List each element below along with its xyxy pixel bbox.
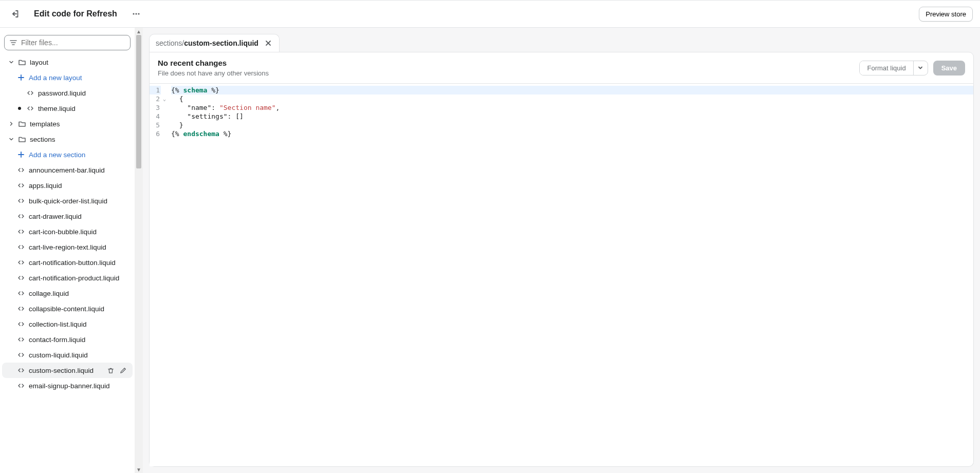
file-cart-notification-product.liquid[interactable]: cart-notification-product.liquid bbox=[2, 270, 133, 286]
folder-label: sections bbox=[30, 136, 128, 143]
file-label: cart-icon-bubble.liquid bbox=[29, 228, 128, 236]
code-line[interactable]: "name": "Section name", bbox=[171, 103, 973, 112]
file-theme.liquid[interactable]: theme.liquid bbox=[2, 101, 133, 116]
file-label: theme.liquid bbox=[38, 105, 128, 112]
tab-dir: sections/ bbox=[156, 39, 184, 47]
file-collage.liquid[interactable]: collage.liquid bbox=[2, 286, 133, 301]
folder-sections[interactable]: sections bbox=[2, 131, 133, 147]
code-file-icon bbox=[16, 258, 26, 267]
code-editor[interactable]: 123456 ⌄ {% schema %} { "name": "Section… bbox=[149, 84, 974, 467]
file-label: custom-liquid.liquid bbox=[29, 351, 128, 359]
chevron-down-icon bbox=[8, 60, 14, 65]
file-collapsible-content.liquid[interactable]: collapsible-content.liquid bbox=[2, 301, 133, 316]
file-bulk-quick-order-list.liquid[interactable]: bulk-quick-order-list.liquid bbox=[2, 193, 133, 209]
file-custom-liquid.liquid[interactable]: custom-liquid.liquid bbox=[2, 347, 133, 363]
file-header: No recent changes File does not have any… bbox=[149, 52, 974, 84]
topbar: Edit code for Refresh Preview store bbox=[0, 0, 980, 28]
sidebar-scrollbar[interactable]: ▲ ▼ bbox=[135, 28, 143, 473]
file-header-subtitle: File does not have any other versions bbox=[158, 69, 269, 77]
file-label: collage.liquid bbox=[29, 290, 128, 297]
add-new-sections[interactable]: Add a new section bbox=[2, 147, 133, 162]
file-label: contact-form.liquid bbox=[29, 336, 128, 344]
file-label: cart-drawer.liquid bbox=[29, 213, 128, 220]
modified-dot-icon bbox=[16, 107, 23, 110]
preview-store-button[interactable]: Preview store bbox=[919, 7, 973, 22]
code-line[interactable]: {% schema %} bbox=[171, 86, 973, 94]
add-new-layout[interactable]: Add a new layout bbox=[2, 70, 133, 85]
scrollbar-thumb[interactable] bbox=[136, 35, 141, 168]
file-label: apps.liquid bbox=[29, 182, 128, 190]
folder-label: templates bbox=[30, 120, 128, 128]
code-file-icon bbox=[16, 305, 26, 313]
folder-icon bbox=[17, 135, 27, 143]
file-label: password.liquid bbox=[38, 89, 128, 97]
close-tab-icon[interactable] bbox=[264, 39, 273, 48]
format-segment: Format liquid bbox=[859, 61, 928, 75]
save-button[interactable]: Save bbox=[933, 61, 965, 75]
code-file-icon bbox=[16, 289, 26, 297]
file-cart-icon-bubble.liquid[interactable]: cart-icon-bubble.liquid bbox=[2, 224, 133, 239]
file-label: cart-notification-button.liquid bbox=[29, 259, 128, 267]
code-line[interactable]: { bbox=[171, 94, 973, 103]
file-cart-drawer.liquid[interactable]: cart-drawer.liquid bbox=[2, 209, 133, 224]
file-contact-form.liquid[interactable]: contact-form.liquid bbox=[2, 332, 133, 347]
line-gutter: 123456 bbox=[150, 84, 163, 466]
more-icon[interactable] bbox=[128, 6, 144, 22]
chevron-down-icon bbox=[8, 137, 14, 142]
code-file-icon bbox=[16, 335, 26, 344]
code-lines[interactable]: {% schema %} { "name": "Section name", "… bbox=[168, 84, 973, 466]
code-file-icon bbox=[16, 166, 26, 174]
file-label: collapsible-content.liquid bbox=[29, 305, 128, 313]
file-collection-list.liquid[interactable]: collection-list.liquid bbox=[2, 316, 133, 332]
file-cart-live-region-text.liquid[interactable]: cart-live-region-text.liquid bbox=[2, 239, 133, 255]
fold-column: ⌄ bbox=[163, 84, 168, 466]
file-tree: layoutAdd a new layoutpassword.liquidthe… bbox=[0, 54, 135, 473]
file-label: announcement-bar.liquid bbox=[29, 166, 128, 174]
file-label: cart-notification-product.liquid bbox=[29, 274, 128, 282]
code-file-icon bbox=[16, 197, 26, 205]
file-custom-section.liquid[interactable]: custom-section.liquid bbox=[2, 363, 133, 378]
code-file-icon bbox=[16, 274, 26, 282]
fold-icon[interactable]: ⌄ bbox=[163, 96, 166, 102]
code-line[interactable]: } bbox=[171, 121, 973, 129]
scrollbar-down-icon[interactable]: ▼ bbox=[135, 466, 143, 473]
code-line[interactable]: "settings": [] bbox=[171, 112, 973, 121]
code-file-icon bbox=[16, 181, 26, 190]
file-cart-notification-button.liquid[interactable]: cart-notification-button.liquid bbox=[2, 255, 133, 270]
file-label: email-signup-banner.liquid bbox=[29, 382, 128, 390]
code-file-icon bbox=[16, 320, 26, 328]
delete-file-icon[interactable] bbox=[105, 365, 116, 376]
code-file-icon bbox=[16, 212, 26, 220]
code-file-icon bbox=[26, 104, 35, 112]
file-password.liquid[interactable]: password.liquid bbox=[2, 85, 133, 101]
format-dropdown-button[interactable] bbox=[913, 61, 928, 75]
folder-icon bbox=[17, 120, 27, 128]
file-label: cart-live-region-text.liquid bbox=[29, 243, 128, 251]
plus-icon bbox=[16, 74, 26, 81]
folder-label: layout bbox=[30, 59, 128, 66]
exit-icon[interactable] bbox=[7, 6, 23, 22]
file-email-signup-banner.liquid[interactable]: email-signup-banner.liquid bbox=[2, 378, 133, 393]
folder-layout[interactable]: layout bbox=[2, 54, 133, 70]
format-liquid-button[interactable]: Format liquid bbox=[860, 61, 913, 75]
folder-icon bbox=[17, 58, 27, 66]
svg-point-0 bbox=[133, 13, 134, 14]
scrollbar-up-icon[interactable]: ▲ bbox=[135, 28, 143, 35]
filter-icon bbox=[10, 40, 17, 46]
code-line[interactable]: {% endschema %} bbox=[171, 129, 973, 138]
filter-input[interactable] bbox=[21, 39, 125, 47]
svg-point-1 bbox=[135, 13, 137, 14]
file-label: bulk-quick-order-list.liquid bbox=[29, 197, 128, 205]
sidebar: layoutAdd a new layoutpassword.liquidthe… bbox=[0, 28, 135, 473]
filter-input-wrap[interactable] bbox=[4, 35, 131, 50]
page-title: Edit code for Refresh bbox=[34, 9, 117, 18]
rename-file-icon[interactable] bbox=[117, 365, 128, 376]
file-announcement-bar.liquid[interactable]: announcement-bar.liquid bbox=[2, 162, 133, 178]
file-tab[interactable]: sections/custom-section.liquid bbox=[149, 34, 280, 52]
add-label: Add a new section bbox=[29, 151, 128, 159]
file-header-title: No recent changes bbox=[158, 59, 269, 67]
code-file-icon bbox=[16, 228, 26, 236]
file-label: collection-list.liquid bbox=[29, 320, 128, 328]
file-apps.liquid[interactable]: apps.liquid bbox=[2, 178, 133, 193]
folder-templates[interactable]: templates bbox=[2, 116, 133, 131]
